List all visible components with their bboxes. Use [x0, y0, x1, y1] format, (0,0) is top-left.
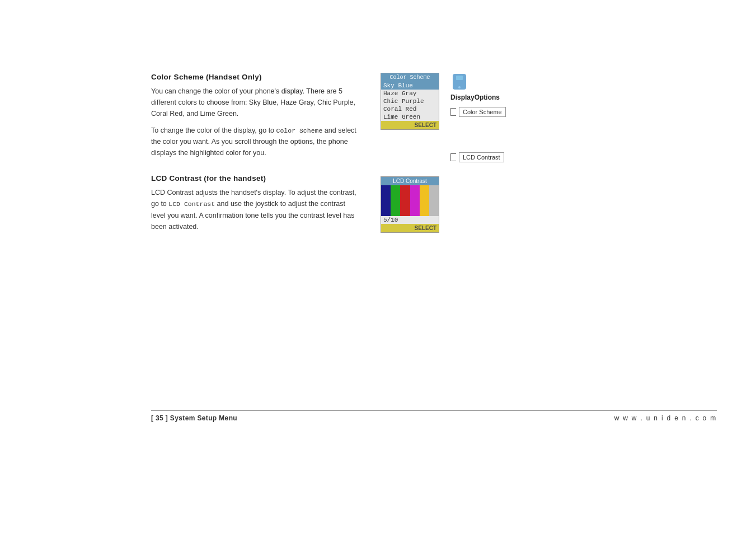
phone2-contrast-value: 5/10 — [381, 216, 439, 224]
display-option-color-scheme: Color Scheme — [450, 107, 523, 117]
option-label-lcd-contrast: LCD Contrast — [459, 152, 504, 162]
phone2-header: LCD Contrast — [381, 177, 439, 185]
para2-prefix: To change the color of the display, go t… — [151, 127, 276, 134]
phone1-row-chicpurple: Chic Purple — [381, 97, 439, 105]
color-scheme-code: Color Scheme — [276, 127, 323, 134]
option-spacer — [450, 121, 523, 152]
footer-left: [ 35 ] System Setup Menu — [151, 414, 237, 422]
color-bar-blue — [381, 185, 391, 216]
lcd-contrast-section: LCD Contrast (for the handset) LCD Contr… — [151, 174, 588, 232]
display-option-lcd-contrast: LCD Contrast — [450, 152, 523, 162]
color-bar-yellow — [420, 185, 429, 216]
phone1-row-coralred: Coral Red — [381, 105, 439, 113]
phone-mockup-color-scheme: Color Scheme Sky Blue Haze Gray Chic Pur… — [381, 73, 439, 130]
option-bracket-1 — [450, 108, 456, 116]
phone1-header: Color Scheme — [381, 73, 439, 82]
lcd-contrast-body: LCD Contrast adjusts the handset's displ… — [151, 187, 358, 232]
handset-icon-wrap — [450, 73, 523, 92]
phone-mockup-lcd-contrast: LCD Contrast 5/10 SELECT — [381, 176, 439, 233]
color-bar-green — [391, 185, 400, 216]
lcd-contrast-title: LCD Contrast (for the handset) — [151, 174, 588, 182]
svg-rect-1 — [456, 76, 463, 80]
color-scheme-para1: You can change the color of your phone's… — [151, 86, 358, 119]
phone1-row-skyblue: Sky Blue — [381, 82, 439, 90]
lcd-contrast-para1: LCD Contrast adjusts the handset's displ… — [151, 187, 358, 232]
handset-icon — [450, 73, 468, 91]
option-bracket-2 — [450, 153, 456, 161]
color-scheme-body: You can change the color of your phone's… — [151, 86, 358, 158]
phone1-row-limegreen: Lime Green — [381, 113, 439, 121]
phone1-row-hazegray: Haze Gray — [381, 90, 439, 97]
footer-right: w w w . u n i d e n . c o m — [614, 414, 717, 422]
option-label-color-scheme: Color Scheme — [459, 107, 506, 117]
svg-point-2 — [458, 86, 461, 88]
display-options-panel: DisplayOptions Color Scheme LCD Contrast — [450, 73, 523, 167]
color-bars — [381, 185, 439, 216]
phone1-footer: SELECT — [381, 121, 439, 129]
color-bar-magenta — [410, 185, 420, 216]
color-bar-gray — [429, 185, 439, 216]
page-footer: [ 35 ] System Setup Menu w w w . u n i d… — [151, 410, 717, 422]
lcd-contrast-code: LCD Contrast — [168, 200, 215, 208]
color-scheme-para2: To change the color of the display, go t… — [151, 125, 358, 158]
color-bar-red — [400, 185, 410, 216]
page-container: Color Scheme (Handset Only) You can chan… — [0, 0, 756, 534]
phone2-footer: SELECT — [381, 224, 439, 232]
display-options-title: DisplayOptions — [450, 93, 523, 101]
